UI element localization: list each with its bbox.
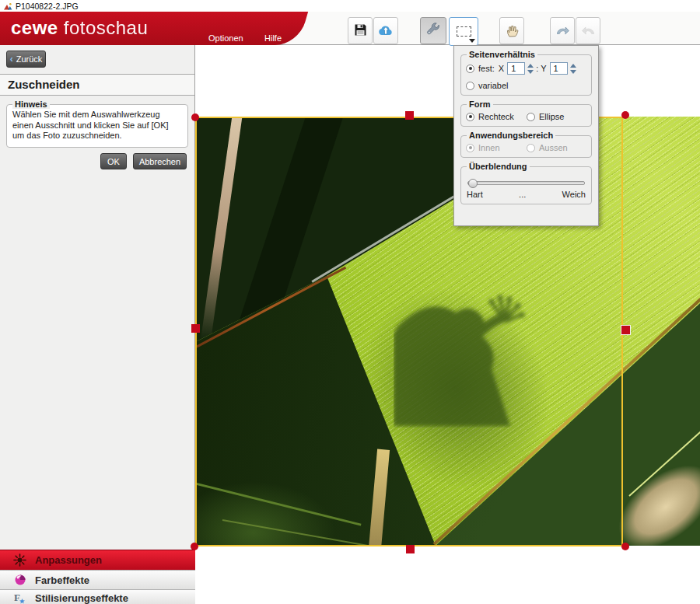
cloud-upload-icon: [378, 24, 394, 38]
y-value-input[interactable]: 1: [550, 62, 568, 75]
blend-mid-label: ...: [519, 190, 526, 199]
x-spinner[interactable]: [527, 64, 534, 74]
hint-title: Hinweis: [12, 100, 50, 109]
crop-handle-topleft[interactable]: [191, 113, 199, 121]
floppy-disk-icon: [354, 23, 367, 38]
app-icon: [3, 2, 12, 11]
blend-hart-label: Hart: [467, 190, 483, 199]
x-value-input[interactable]: 1: [507, 62, 525, 75]
innen-label: Innen: [478, 143, 527, 152]
brand-light: fotoschau: [64, 17, 149, 38]
window-title: P1040822-2.JPG: [16, 2, 79, 11]
toolbar: cewefotoschau Optionen Hilfe: [0, 12, 700, 45]
radio-rechteck[interactable]: [466, 113, 474, 121]
hint-text: Wählen Sie mit dem Auswahlwerkzeug einen…: [7, 105, 187, 141]
crop-handle-topright[interactable]: [621, 111, 629, 119]
shape-group: Form Rechteck Ellipse: [460, 104, 592, 127]
section-title: Zuschneiden: [0, 74, 194, 96]
radio-fixed[interactable]: [466, 65, 474, 73]
redo-button[interactable]: [550, 17, 575, 44]
menu-optionen[interactable]: Optionen: [208, 33, 243, 43]
svg-text:F: F: [14, 592, 20, 603]
titlebar: P1040822-2.JPG: [0, 0, 700, 12]
crop-handle-topmiddle[interactable]: [405, 111, 414, 120]
sun-adjust-icon: [12, 553, 27, 567]
crop-handle-rightmiddle[interactable]: [621, 325, 631, 335]
ellipse-label: Ellipse: [539, 112, 564, 121]
undo-arrow-icon: [581, 24, 596, 37]
crop-handle-bottommiddle[interactable]: [406, 545, 415, 553]
blend-slider-thumb[interactable]: [468, 179, 478, 188]
selection-tool-popup: Seitenverhältnis fest: X 1 : Y 1 variabe…: [453, 45, 599, 226]
radio-aussen: [527, 144, 535, 152]
sidebar-item-stilisierungseffekte[interactable]: F Stilisierungseffekte: [0, 589, 195, 604]
y-spinner[interactable]: [570, 64, 576, 74]
back-button[interactable]: ‹ Zurück: [6, 51, 46, 68]
tools-button[interactable]: [420, 17, 446, 44]
crop-handle-leftmiddle[interactable]: [191, 324, 200, 333]
blend-slider[interactable]: [467, 181, 585, 185]
area-title: Anwendungsbereich: [467, 131, 555, 140]
spin-up-icon[interactable]: [570, 64, 576, 68]
app-window: P1040822-2.JPG cewefotoschau Optionen Hi…: [0, 0, 700, 604]
blend-group: Überblendung Hart ... Weich: [460, 166, 592, 204]
brand-logo: cewefotoschau: [11, 17, 148, 39]
radio-innen: [466, 144, 474, 152]
cancel-button[interactable]: Abbrechen: [133, 153, 187, 169]
fixed-label: fest:: [478, 64, 495, 73]
pan-button[interactable]: [499, 17, 524, 44]
wrench-icon: [426, 23, 441, 39]
hand-icon: [506, 23, 519, 39]
chevron-down-icon[interactable]: [469, 39, 475, 43]
brand-bold: cewe: [11, 17, 58, 38]
x-label: X: [499, 64, 504, 73]
stylize-star-icon: F: [12, 592, 27, 604]
sidebar-item-farbeffekte[interactable]: Farbeffekte: [0, 570, 195, 589]
radio-variable[interactable]: [466, 82, 474, 90]
save-button[interactable]: [348, 17, 373, 44]
crop-handle-bottomright[interactable]: [621, 543, 629, 550]
sidebar: ‹ Zurück Zuschneiden Hinweis Wählen Sie …: [0, 45, 195, 604]
blend-title: Überblendung: [467, 162, 530, 171]
upload-button[interactable]: [373, 17, 398, 44]
crop-handle-bottomleft[interactable]: [191, 543, 198, 550]
application-area-group: Anwendungsbereich Innen Aussen: [460, 135, 592, 158]
shape-title: Form: [467, 100, 493, 109]
rechteck-label: Rechteck: [478, 112, 527, 121]
aussen-label: Aussen: [539, 143, 568, 152]
redo-arrow-icon: [555, 24, 570, 37]
blend-weich-label: Weich: [562, 190, 586, 199]
spin-down-icon[interactable]: [570, 70, 576, 74]
selection-rectangle-icon: [457, 26, 471, 37]
variable-label: variabel: [478, 81, 509, 90]
ratio-separator: :: [536, 64, 538, 73]
selection-tool-button[interactable]: [449, 17, 478, 46]
aspect-ratio-group: Seitenverhältnis fest: X 1 : Y 1 variabe…: [460, 54, 592, 96]
color-wheel-icon: [12, 574, 27, 586]
sidebar-item-label: Anpassungen: [35, 554, 102, 566]
undo-button: [576, 17, 600, 44]
y-label: Y: [541, 64, 546, 73]
back-button-label: Zurück: [16, 54, 43, 64]
spin-up-icon[interactable]: [527, 64, 534, 68]
menu-hilfe[interactable]: Hilfe: [264, 33, 282, 43]
hint-box: Hinweis Wählen Sie mit dem Auswahlwerkze…: [6, 104, 188, 148]
spin-down-icon[interactable]: [527, 70, 534, 74]
sidebar-item-label: Farbeffekte: [35, 574, 89, 586]
ok-button[interactable]: OK: [100, 153, 127, 169]
chevron-left-icon: ‹: [10, 54, 13, 65]
aspect-ratio-title: Seitenverhältnis: [467, 50, 537, 59]
radio-ellipse[interactable]: [527, 113, 535, 121]
sidebar-item-label: Stilisierungseffekte: [35, 592, 128, 604]
sidebar-item-anpassungen[interactable]: Anpassungen: [0, 550, 195, 570]
